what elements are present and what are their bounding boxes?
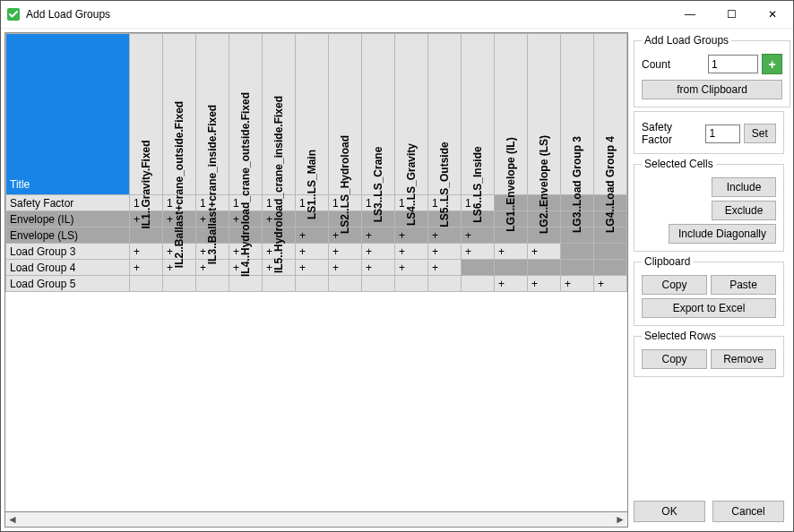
grid-cell[interactable]: + [561, 276, 594, 292]
cancel-button[interactable]: Cancel [712, 501, 784, 522]
safety-factor-group: Safety Factor Set [634, 111, 784, 154]
column-header[interactable]: IL2..Ballast+crane_outside.Fixed [163, 34, 196, 195]
grid-cell[interactable] [362, 276, 395, 292]
window-close-button[interactable]: ✕ [752, 1, 793, 28]
from-clipboard-button[interactable]: from Clipboard [642, 80, 782, 99]
maximize-icon: ☐ [727, 8, 737, 21]
grid-cell[interactable]: + [528, 244, 561, 260]
column-header-label: LS4..LS_Gravity [405, 143, 418, 226]
column-header[interactable]: LS5..LS_Outside [428, 34, 462, 195]
grid-cell[interactable] [229, 276, 263, 292]
grid-cell[interactable] [462, 276, 495, 292]
row-header[interactable]: Load Group 3 [6, 244, 130, 260]
close-icon: ✕ [768, 8, 777, 21]
rows-remove-button[interactable]: Remove [711, 349, 776, 369]
grid-cell[interactable]: + [329, 244, 362, 260]
window-maximize-button[interactable]: ☐ [711, 1, 752, 28]
column-header[interactable]: LS6..LS_Inside [462, 34, 495, 195]
window-minimize-button[interactable]: — [669, 1, 711, 28]
grid-cell[interactable] [561, 260, 594, 276]
add-count-button[interactable]: + [762, 54, 782, 74]
scroll-left-icon[interactable]: ◄ [5, 513, 20, 526]
column-header[interactable]: LG1..Envelope (IL) [495, 34, 528, 195]
grid-cell[interactable]: + [528, 276, 561, 292]
grid-cell[interactable]: + [130, 244, 163, 260]
grid-corner: Title [6, 34, 130, 195]
grid-cell[interactable]: + [495, 244, 528, 260]
column-header[interactable]: IL4..Hydroload_crane_outside.Fixed [229, 34, 263, 195]
column-header-label: LG3..Load Group 3 [571, 136, 583, 233]
ok-button[interactable]: OK [634, 501, 705, 522]
column-header[interactable]: IL1..Gravity.Fixed [130, 34, 163, 195]
grid-cell[interactable] [163, 276, 196, 292]
titlebar: Add Load Groups — ☐ ✕ [1, 1, 793, 29]
grid-cell[interactable] [263, 276, 296, 292]
grid-cell[interactable]: + [462, 227, 495, 244]
grid-cell[interactable]: + [296, 260, 329, 276]
grid-cell[interactable] [329, 276, 362, 292]
grid-cell[interactable]: + [362, 260, 395, 276]
clipboard-group: Clipboard Copy Paste Export to Excel [634, 255, 784, 326]
grid-cell[interactable]: + [428, 227, 462, 244]
add-load-groups-legend: Add Load Groups [642, 34, 731, 47]
grid-cell[interactable] [130, 276, 163, 292]
grid-cell[interactable] [561, 244, 594, 260]
grid-cell[interactable]: + [495, 276, 528, 292]
row-header[interactable]: Load Group 4 [6, 260, 130, 276]
grid-cell[interactable]: + [462, 244, 495, 260]
column-header[interactable]: LG4..Load Group 4 [594, 34, 627, 195]
grid-cell[interactable] [428, 276, 462, 292]
row-header[interactable]: Envelope (LS) [6, 227, 130, 244]
side-panel: Add Load Groups Count + from Clipboard S… [628, 29, 793, 531]
grid-cell[interactable]: + [362, 227, 395, 244]
clipboard-paste-button[interactable]: Paste [711, 275, 776, 295]
grid-cell[interactable]: + [428, 244, 462, 260]
grid-cell[interactable] [495, 260, 528, 276]
grid-cell[interactable] [296, 276, 329, 292]
clipboard-copy-button[interactable]: Copy [642, 275, 707, 295]
include-diagonally-button[interactable]: Include Diagonally [669, 224, 776, 244]
grid-cell[interactable] [594, 244, 627, 260]
grid-cell[interactable]: + [296, 227, 329, 244]
grid-cell[interactable] [594, 260, 627, 276]
selected-rows-group: Selected Rows Copy Remove [634, 330, 784, 377]
grid-cell[interactable]: + [395, 244, 428, 260]
scroll-right-icon[interactable]: ► [613, 513, 627, 526]
column-header[interactable]: LG2..Envelope (LS) [528, 34, 561, 195]
column-header[interactable]: LS4..LS_Gravity [395, 34, 428, 195]
grid-cell[interactable]: + [395, 227, 428, 244]
grid-cell[interactable] [395, 276, 428, 292]
column-header[interactable]: IL3..Ballast+crane_inside.Fixed [196, 34, 229, 195]
count-label: Count [642, 58, 704, 71]
column-header[interactable]: IL5..Hydroload_crane_inside.Fixed [263, 34, 296, 195]
row-header[interactable]: Load Group 5 [6, 276, 130, 292]
column-header[interactable]: LS3..LS_Crane [362, 34, 395, 195]
grid-cell[interactable]: + [362, 244, 395, 260]
grid-area[interactable]: TitleIL1..Gravity.FixedIL2..Ballast+cran… [4, 32, 628, 512]
grid-cell[interactable] [528, 260, 561, 276]
grid-cell[interactable]: + [594, 276, 627, 292]
grid-cell[interactable] [196, 276, 229, 292]
grid-cell[interactable]: + [428, 260, 462, 276]
count-input[interactable] [708, 55, 758, 73]
grid-cell[interactable] [462, 260, 495, 276]
column-header-label: LS2..LS_Hydroload [339, 135, 351, 234]
column-header[interactable]: LG3..Load Group 3 [561, 34, 594, 195]
exclude-button[interactable]: Exclude [712, 201, 776, 220]
column-header-label: IL3..Ballast+crane_inside.Fixed [206, 105, 219, 264]
column-header[interactable]: LS2..LS_Hydroload [329, 34, 362, 195]
rows-copy-button[interactable]: Copy [642, 349, 707, 369]
row-header[interactable]: Envelope (IL) [6, 211, 130, 227]
row-header[interactable]: Safety Factor [6, 195, 130, 211]
include-button[interactable]: Include [712, 177, 776, 197]
grid-cell[interactable]: + [296, 244, 329, 260]
export-to-excel-button[interactable]: Export to Excel [642, 298, 776, 318]
grid-cell[interactable]: + [130, 260, 163, 276]
grid-cell[interactable]: + [395, 260, 428, 276]
safety-factor-set-button[interactable]: Set [744, 124, 776, 143]
horizontal-scrollbar[interactable]: ◄ ► [4, 512, 628, 528]
safety-factor-input[interactable] [705, 124, 739, 143]
column-header[interactable]: LS1..LS_Main [296, 34, 329, 195]
grid-cell[interactable] [130, 227, 163, 244]
grid-cell[interactable]: + [329, 260, 362, 276]
